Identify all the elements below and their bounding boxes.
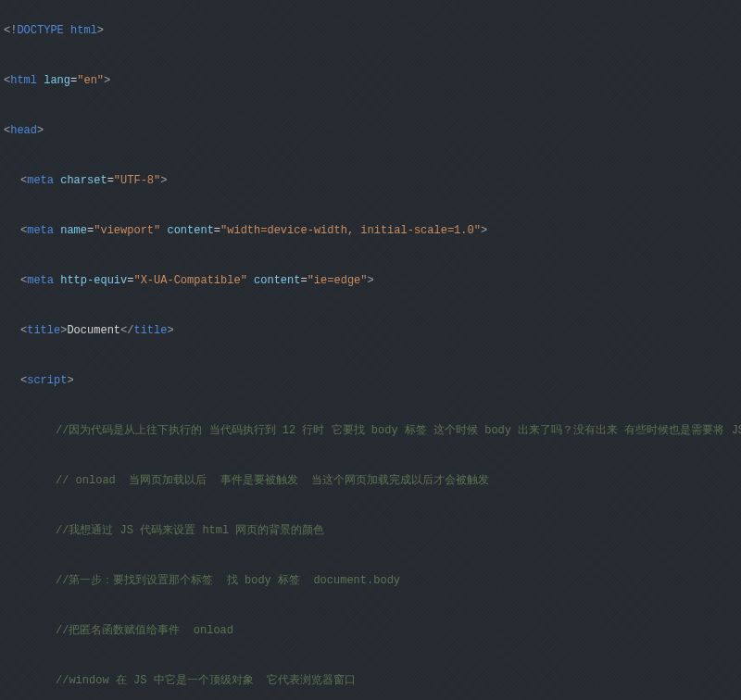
code-comment: // onload 当网页加载以后 事件是要被触发 当这个网页加载完成以后才会被… — [4, 472, 737, 489]
code-line: <script> — [4, 372, 737, 389]
code-line: <html lang="en"> — [4, 72, 737, 89]
code-line: <!DOCTYPE html> — [4, 22, 737, 39]
code-comment: //因为代码是从上往下执行的 当代码执行到 12 行时 它要找 body 标签 … — [4, 422, 737, 439]
code-line: <meta charset="UTF-8"> — [4, 172, 737, 189]
code-editor-content[interactable]: <!DOCTYPE html> <html lang="en"> <head> … — [0, 0, 741, 700]
code-line: <head> — [4, 122, 737, 139]
code-comment: //我想通过 JS 代码来设置 html 网页的背景的颜色 — [4, 522, 737, 539]
code-comment: //window 在 JS 中它是一个顶级对象 它代表浏览器窗口 — [4, 672, 737, 689]
code-line: <title>Document</title> — [4, 322, 737, 339]
code-comment: //第一步：要找到设置那个标签 找 body 标签 document.body — [4, 572, 737, 589]
code-line: <meta name="viewport" content="width=dev… — [4, 222, 737, 239]
code-line: <meta http-equiv="X-UA-Compatible" conte… — [4, 272, 737, 289]
code-comment: //把匿名函数赋值给事件 onload — [4, 622, 737, 639]
